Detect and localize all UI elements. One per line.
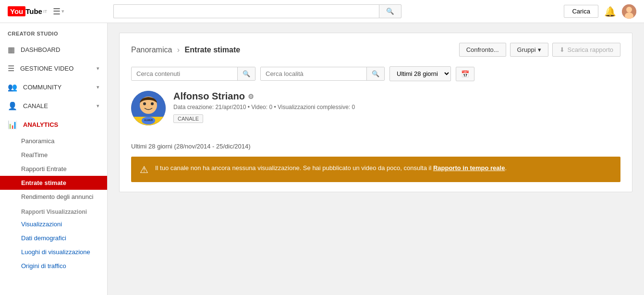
gestione-video-icon: ☰	[8, 64, 14, 73]
dashboard-icon: ▦	[8, 45, 15, 54]
breadcrumb: Panoramica › Entrate stimate	[131, 46, 240, 54]
breadcrumb-current: Entrate stimate	[185, 46, 241, 54]
search-input[interactable]	[113, 4, 379, 18]
search-bar: 🔍	[113, 4, 401, 18]
filters-row: 🔍 🔍 Ultimi 7 giorni Ultimi 28 giorni Ult…	[131, 66, 620, 81]
page-header: Panoramica › Entrate stimate Confronto..…	[131, 43, 620, 57]
hamburger-menu[interactable]: ☰	[53, 6, 61, 17]
breadcrumb-separator: ›	[177, 46, 180, 54]
warning-text-content: Il tuo canale non ha ancora nessuna visu…	[155, 164, 433, 172]
sub-item-visualizzazioni[interactable]: Visualizzazioni	[21, 217, 107, 231]
sub-item-dati-demografici[interactable]: Dati demografici	[21, 231, 107, 245]
cerca-contenuti-search-btn[interactable]: 🔍	[237, 67, 255, 80]
toolbar-buttons: Confronto... Gruppi ▾ ⬇ Scarica rapporto	[459, 43, 620, 57]
content-panel: Panoramica › Entrate stimate Confronto..…	[119, 33, 632, 192]
cerca-localita-search-btn[interactable]: 🔍	[366, 67, 384, 80]
sidebar-item-dashboard[interactable]: ▦ DASHBOARD	[0, 40, 107, 59]
warning-icon: ⚠	[140, 164, 148, 175]
analytics-label-text: ANALYTICS	[23, 121, 58, 128]
nav-right: Carica 🔔	[564, 4, 636, 19]
scarica-rapporto-label: Scarica rapporto	[568, 46, 613, 53]
sidebar-item-analytics[interactable]: 📊 ANALYTICS	[0, 115, 107, 134]
channel-meta: Data creazione: 21/apr/2010 • Video: 0 •…	[173, 104, 355, 111]
main-content: Panoramica › Entrate stimate Confronto..…	[108, 23, 644, 295]
sub-item-origini-traffico[interactable]: Origini di traffico	[21, 259, 107, 273]
gruppi-chevron: ▾	[538, 46, 541, 53]
canale-label: CANALE	[23, 102, 48, 110]
date-select[interactable]: Ultimi 7 giorni Ultimi 28 giorni Ultimi …	[390, 67, 450, 81]
search-button[interactable]: 🔍	[379, 4, 401, 18]
bell-icon[interactable]: 🔔	[604, 6, 616, 17]
dashboard-label: DASHBOARD	[21, 46, 60, 53]
warning-suffix: .	[505, 164, 507, 172]
sub-item-realtime[interactable]: RealTime	[21, 148, 107, 162]
svg-point-6	[143, 102, 146, 105]
cerca-contenuti-input[interactable]	[132, 67, 237, 80]
cerca-localita-wrap: 🔍	[260, 67, 385, 81]
canale-icon: 👤	[8, 101, 17, 111]
sub-item-entrate-stimate[interactable]: Entrate stimate	[0, 176, 107, 190]
download-icon: ⬇	[559, 46, 565, 53]
sidebar-item-gestione-video[interactable]: ☰ GESTIONE VIDEO ▾	[0, 59, 107, 78]
cerca-localita-input[interactable]	[261, 67, 366, 80]
creator-studio-label: CREATOR STUDIO	[0, 23, 107, 40]
date-select-wrap: Ultimi 7 giorni Ultimi 28 giorni Ultimi …	[389, 66, 451, 81]
channel-badge: CANALE	[173, 114, 203, 123]
youtube-you: You	[8, 6, 25, 16]
community-expand: ▾	[97, 84, 99, 90]
carica-button[interactable]: Carica	[564, 5, 598, 18]
rapporti-vis-label: Rapporti Visualizzazioni	[21, 204, 107, 217]
sidebar-item-community[interactable]: 👥 COMMUNITY ▾	[0, 78, 107, 97]
top-navbar: YouTubeIT ☰ ▾ 🔍 Carica 🔔	[0, 0, 644, 23]
avatar-svg	[622, 4, 636, 19]
app-layout: CREATOR STUDIO ▦ DASHBOARD ☰ GESTIONE VI…	[0, 23, 644, 295]
gruppi-label: Gruppi	[517, 46, 536, 53]
sub-item-rapporti-entrate[interactable]: Rapporti Entrate	[21, 162, 107, 176]
gestione-video-label: GESTIONE VIDEO	[20, 65, 73, 72]
sub-item-luoghi-vis[interactable]: Luoghi di visualizzazione	[21, 245, 107, 259]
youtube-tube: Tube	[25, 7, 42, 15]
channel-info: Alfonso Striano ⚙ Data creazione: 21/apr…	[173, 91, 355, 123]
analytics-submenu: Panoramica RealTime Rapporti Entrate Ent…	[0, 134, 107, 273]
community-label: COMMUNITY	[23, 84, 61, 91]
analytics-icon: 📊	[8, 120, 17, 129]
logo-area: YouTubeIT ☰ ▾	[8, 6, 104, 17]
calendar-button[interactable]: 📅	[456, 67, 474, 81]
sidebar-item-canale[interactable]: 👤 CANALE ▾	[0, 97, 107, 115]
community-icon: 👥	[8, 83, 17, 92]
youtube-logo[interactable]: YouTubeIT	[8, 6, 47, 16]
rapporto-realtime-link[interactable]: Rapporto in tempo reale	[433, 164, 505, 172]
hamburger-label: ▾	[61, 8, 64, 14]
breadcrumb-parent[interactable]: Panoramica	[131, 46, 172, 54]
channel-card: ALWEB Alfonso Striano ⚙ Data creazione: …	[131, 91, 620, 133]
warning-text: Il tuo canale non ha ancora nessuna visu…	[155, 163, 507, 173]
analytics-section: 📊 ANALYTICS Panoramica RealTime Rapporti…	[0, 115, 107, 273]
sub-item-panoramica[interactable]: Panoramica	[21, 134, 107, 148]
warning-box: ⚠ Il tuo canale non ha ancora nessuna vi…	[131, 157, 620, 182]
gruppi-button[interactable]: Gruppi ▾	[510, 43, 548, 57]
sub-item-rendimento-annunci[interactable]: Rendimento degli annunci	[21, 190, 107, 204]
channel-settings-icon[interactable]: ⚙	[248, 93, 254, 100]
channel-name-text: Alfonso Striano	[173, 91, 245, 102]
channel-name-row: Alfonso Striano ⚙	[173, 91, 355, 102]
gestione-video-expand: ▾	[97, 65, 99, 72]
cerca-contenuti-wrap: 🔍	[131, 67, 255, 81]
canale-expand: ▾	[97, 103, 99, 109]
youtube-it: IT	[43, 9, 47, 14]
confronto-button[interactable]: Confronto...	[459, 43, 506, 57]
svg-point-7	[151, 102, 154, 105]
svg-point-1	[626, 7, 632, 12]
user-avatar[interactable]	[622, 4, 636, 19]
date-range-label: Ultimi 28 giorni (28/nov/2014 - 25/dic/2…	[131, 143, 620, 150]
scarica-rapporto-button[interactable]: ⬇ Scarica rapporto	[552, 43, 620, 57]
sidebar: CREATOR STUDIO ▦ DASHBOARD ☰ GESTIONE VI…	[0, 23, 108, 295]
channel-avatar-svg: ALWEB	[131, 91, 166, 125]
svg-text:ALWEB: ALWEB	[144, 119, 153, 122]
channel-avatar: ALWEB	[131, 91, 166, 125]
